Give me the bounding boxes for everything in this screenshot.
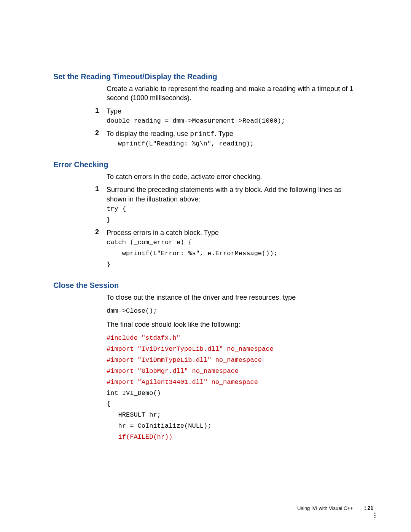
- step-number: 2: [95, 129, 107, 150]
- step-text-b: . Type: [215, 130, 233, 137]
- step-1: 1 Surround the preceding statements with…: [95, 185, 358, 225]
- code-line: HRESULT hr;: [107, 410, 358, 421]
- heading-error-checking: Error Checking: [53, 160, 358, 169]
- step-text: Surround the preceding statements with a…: [107, 186, 341, 203]
- body-text: The final code should look like the foll…: [107, 320, 358, 329]
- step-number: 1: [95, 107, 107, 127]
- code-red: #import "IviDriverTypeLib.dll" no_namesp…: [107, 344, 358, 355]
- step-text: Process errors in a catch block. Type: [107, 229, 219, 236]
- code-line: wprintf(L"Reading: %g\n", reading);: [118, 139, 358, 150]
- section-close-session: Close the Session To close out the insta…: [53, 281, 358, 443]
- code-line: int IVI_Demo(): [107, 388, 358, 399]
- step-text: Type: [107, 107, 121, 115]
- code-line: dmm->Close();: [107, 306, 358, 317]
- step-number: 2: [95, 228, 107, 270]
- step-1: 1 Type double reading = dmm->Measurement…: [95, 107, 358, 127]
- inline-code: printf: [190, 130, 215, 138]
- heading-close-session: Close the Session: [53, 281, 358, 290]
- step-number: 1: [95, 185, 107, 225]
- intro-text: Create a variable to represent the readi…: [107, 84, 358, 103]
- code-line: hr = CoInitialize(NULL);: [107, 421, 358, 432]
- heading-reading-timeout: Set the Reading Timeout/Display the Read…: [53, 72, 358, 81]
- section-reading-timeout: Set the Reading Timeout/Display the Read…: [53, 72, 358, 150]
- code-red: #include "stdafx.h": [107, 333, 358, 344]
- section-error-checking: Error Checking To catch errors in the co…: [53, 160, 358, 270]
- intro-text: To close out the instance of the driver …: [107, 293, 358, 302]
- step-2: 2 Process errors in a catch block. Type …: [95, 228, 358, 270]
- code-red: #import "Agilent34401.dll" no_namespace: [107, 377, 358, 388]
- step-2: 2 To display the reading, use printf. Ty…: [95, 129, 358, 150]
- code-line: try {: [107, 204, 358, 215]
- step-text-a: To display the reading, use: [107, 130, 190, 137]
- footer-chapter-title: Using IVI with Visual C++: [297, 505, 353, 511]
- code-line: {: [107, 399, 358, 410]
- page-number: 21: [367, 505, 373, 511]
- code-line: double reading = dmm->Measurement->Read(…: [107, 116, 358, 127]
- footer-dots-icon: ••: [365, 506, 366, 510]
- code-line: wprintf(L"Error: %s", e.ErrorMessage());: [107, 248, 358, 259]
- code-red: #import "IviDmmTypeLib.dll" no_namespace: [107, 355, 358, 366]
- footer-dots-icon: •••: [374, 512, 376, 519]
- code-line: catch (_com_error e) {: [107, 237, 358, 248]
- code-line: }: [107, 215, 358, 226]
- intro-text: To catch errors in the code, activate er…: [107, 172, 358, 181]
- page-footer: Using IVI with Visual C++ •• 21 •••: [297, 505, 375, 511]
- code-red: #import "GlobMgr.dll" no_namespace: [107, 366, 358, 377]
- code-line: }: [107, 259, 358, 270]
- code-red: if(FAILED(hr)): [107, 432, 358, 443]
